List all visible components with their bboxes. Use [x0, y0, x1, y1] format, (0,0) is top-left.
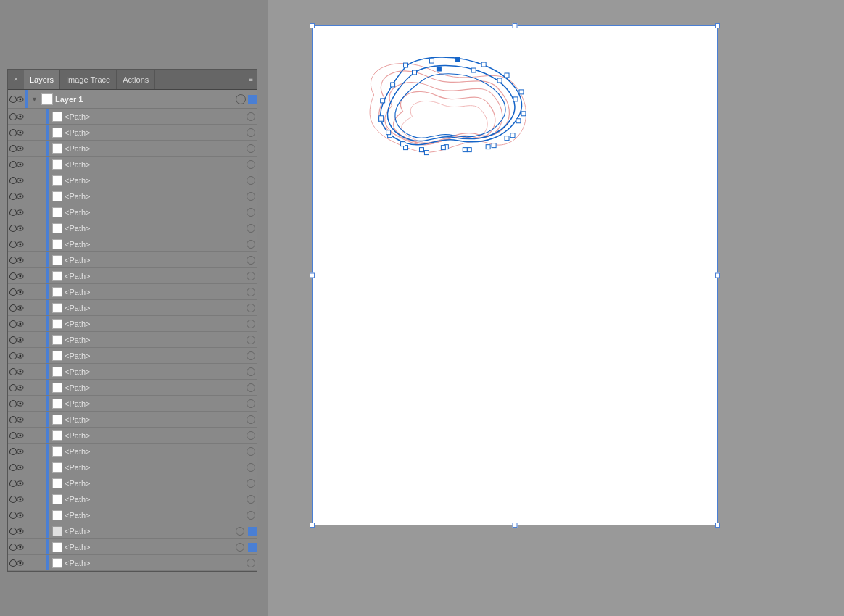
path-visibility-toggle[interactable]: [9, 317, 24, 331]
path-target-circle[interactable]: [247, 256, 255, 265]
layer-target-circle[interactable]: [236, 94, 246, 104]
layer-select-square[interactable]: [248, 95, 257, 104]
path-visibility-toggle[interactable]: [9, 253, 24, 267]
path-target-circle[interactable]: [247, 160, 255, 169]
layers-panel[interactable]: ▼ Layer 1 <Path><Path><Path><Path><Path>…: [8, 90, 257, 571]
path-visibility-toggle[interactable]: [9, 301, 24, 315]
path-target-circle[interactable]: [247, 208, 255, 217]
path-visibility-toggle[interactable]: [9, 460, 24, 475]
path-target-circle[interactable]: [247, 447, 255, 456]
path-row[interactable]: <Path>: [8, 348, 257, 364]
path-row[interactable]: <Path>: [8, 284, 257, 300]
path-visibility-toggle[interactable]: [9, 492, 24, 507]
path-target-circle[interactable]: [247, 399, 255, 408]
path-target-circle[interactable]: [247, 463, 255, 472]
path-target-circle[interactable]: [247, 272, 255, 280]
path-row[interactable]: <Path>: [8, 444, 257, 459]
layer-1-row[interactable]: ▼ Layer 1: [8, 90, 257, 109]
path-visibility-toggle[interactable]: [9, 125, 24, 140]
path-row[interactable]: <Path>: [8, 220, 257, 236]
path-target-circle[interactable]: [247, 240, 255, 249]
path-target-circle[interactable]: [247, 320, 255, 328]
panel-close-button[interactable]: ×: [12, 75, 20, 84]
path-row[interactable]: <Path>: [8, 475, 257, 491]
path-row[interactable]: <Path>: [8, 332, 257, 348]
path-visibility-toggle[interactable]: [9, 173, 24, 188]
path-row[interactable]: <Path>: [8, 507, 257, 523]
path-visibility-toggle[interactable]: [9, 269, 24, 283]
handle-mid-right[interactable]: [715, 273, 720, 278]
path-target-circle[interactable]: [247, 128, 255, 137]
path-row[interactable]: <Path>: [8, 188, 257, 204]
tab-image-trace[interactable]: Image Trace: [60, 70, 117, 89]
path-visibility-toggle[interactable]: [9, 412, 24, 427]
path-visibility-toggle[interactable]: [9, 540, 24, 554]
path-visibility-toggle[interactable]: [9, 508, 24, 523]
path-target-circle[interactable]: [247, 431, 255, 440]
path-row[interactable]: <Path>: [8, 491, 257, 507]
path-select-square[interactable]: [248, 527, 257, 536]
path-target-circle[interactable]: [247, 192, 255, 201]
path-visibility-toggle[interactable]: [9, 221, 24, 236]
path-row[interactable]: <Path>: [8, 364, 257, 380]
path-visibility-toggle[interactable]: [9, 349, 24, 363]
path-target-circle[interactable]: [247, 112, 255, 121]
path-row[interactable]: <Path>: [8, 157, 257, 172]
path-row[interactable]: <Path>: [8, 172, 257, 188]
handle-bottom-center[interactable]: [513, 523, 518, 528]
path-visibility-toggle[interactable]: [9, 428, 24, 443]
path-target-circle[interactable]: [236, 527, 244, 536]
handle-mid-left[interactable]: [310, 273, 315, 278]
path-visibility-toggle[interactable]: [9, 380, 24, 395]
path-visibility-toggle[interactable]: [9, 444, 24, 459]
handle-top-left[interactable]: [310, 23, 315, 28]
path-row[interactable]: <Path>: [8, 268, 257, 284]
path-visibility-toggle[interactable]: [9, 205, 24, 220]
path-visibility-toggle[interactable]: [9, 524, 24, 538]
path-target-circle[interactable]: [247, 367, 255, 376]
path-target-circle[interactable]: [247, 336, 255, 344]
path-row[interactable]: <Path>: [8, 396, 257, 412]
path-row[interactable]: <Path>: [8, 109, 257, 125]
path-row[interactable]: <Path>: [8, 141, 257, 157]
panel-menu-button[interactable]: ≡: [249, 75, 253, 83]
path-row[interactable]: <Path>: [8, 300, 257, 316]
path-row[interactable]: <Path>: [8, 316, 257, 332]
handle-top-right[interactable]: [715, 23, 720, 28]
path-visibility-toggle[interactable]: [9, 141, 24, 156]
path-row[interactable]: <Path>: [8, 125, 257, 141]
path-target-circle[interactable]: [247, 224, 255, 233]
path-visibility-toggle[interactable]: [9, 157, 24, 172]
path-visibility-toggle[interactable]: [9, 237, 24, 251]
path-row[interactable]: <Path>: [8, 236, 257, 252]
path-target-circle[interactable]: [247, 351, 255, 360]
path-row[interactable]: <Path>: [8, 204, 257, 220]
path-visibility-toggle[interactable]: [9, 189, 24, 204]
path-target-circle[interactable]: [247, 479, 255, 488]
path-visibility-toggle[interactable]: [9, 396, 24, 411]
path-row[interactable]: <Path>: [8, 539, 257, 555]
handle-bottom-left[interactable]: [310, 523, 315, 528]
handle-bottom-right[interactable]: [715, 523, 720, 528]
path-row[interactable]: <Path>: [8, 380, 257, 396]
path-target-circle[interactable]: [247, 383, 255, 392]
handle-top-center[interactable]: [513, 23, 518, 28]
path-target-circle[interactable]: [247, 176, 255, 185]
path-visibility-toggle[interactable]: [9, 365, 24, 379]
path-visibility-toggle[interactable]: [9, 556, 24, 570]
path-target-circle[interactable]: [247, 304, 255, 312]
path-target-circle[interactable]: [247, 144, 255, 153]
path-row[interactable]: <Path>: [8, 555, 257, 571]
path-target-circle[interactable]: [247, 511, 255, 520]
path-target-circle[interactable]: [236, 543, 244, 552]
path-row[interactable]: <Path>: [8, 523, 257, 539]
layer-expand-arrow[interactable]: ▼: [31, 96, 38, 103]
path-visibility-toggle[interactable]: [9, 476, 24, 491]
path-row[interactable]: <Path>: [8, 428, 257, 444]
path-select-square[interactable]: [248, 543, 257, 552]
path-row[interactable]: <Path>: [8, 459, 257, 475]
path-target-circle[interactable]: [247, 559, 255, 567]
path-row[interactable]: <Path>: [8, 412, 257, 428]
path-target-circle[interactable]: [247, 288, 255, 296]
tab-actions[interactable]: Actions: [117, 70, 155, 89]
